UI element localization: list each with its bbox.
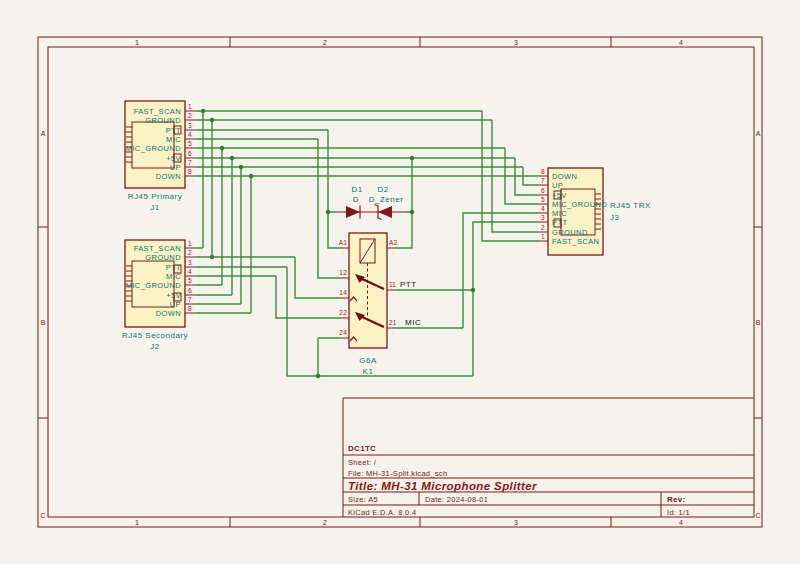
svg-text:DOWN: DOWN bbox=[156, 172, 181, 181]
svg-text:UP: UP bbox=[552, 181, 563, 190]
title-block: DC1TC Sheet: / File: MH-31-Split.kicad_s… bbox=[343, 398, 754, 517]
svg-text:7: 7 bbox=[188, 159, 192, 166]
column-label-bottom-1: 1 bbox=[135, 519, 139, 526]
row-label-right-a: A bbox=[756, 130, 761, 137]
svg-text:FAST_SCAN: FAST_SCAN bbox=[134, 107, 181, 116]
svg-text:GROUND: GROUND bbox=[145, 253, 181, 262]
svg-text:1: 1 bbox=[541, 233, 545, 240]
column-label-bottom-3: 3 bbox=[514, 519, 518, 526]
svg-text:MIC_GROUND: MIC_GROUND bbox=[126, 281, 181, 290]
svg-text:11: 11 bbox=[389, 281, 396, 288]
net-label-ptt: PTT bbox=[400, 280, 417, 289]
svg-text:GROUND: GROUND bbox=[552, 228, 588, 237]
id-field: Id: 1/1 bbox=[667, 508, 690, 517]
svg-text:8: 8 bbox=[541, 168, 545, 175]
row-label-left-b: B bbox=[41, 319, 46, 326]
schematic-sheet: 1 2 3 4 1 2 3 4 A B C A B C bbox=[0, 0, 800, 564]
row-label-right-c: C bbox=[755, 512, 760, 519]
svg-text:A2: A2 bbox=[389, 239, 398, 246]
svg-text:2: 2 bbox=[188, 249, 192, 256]
svg-text:4: 4 bbox=[188, 131, 192, 138]
svg-text:FAST_SCAN: FAST_SCAN bbox=[552, 237, 599, 246]
file-field: File: MH-31-Split.kicad_sch bbox=[348, 469, 447, 478]
row-label-right-b: B bbox=[756, 319, 761, 326]
d2-value: D_Zener bbox=[369, 195, 404, 204]
svg-text:4: 4 bbox=[188, 268, 192, 275]
company-name: DC1TC bbox=[348, 444, 376, 453]
svg-text:5: 5 bbox=[188, 277, 192, 284]
svg-text:7: 7 bbox=[541, 177, 545, 184]
svg-text:+5V: +5V bbox=[166, 291, 181, 300]
zener-triangle bbox=[378, 206, 392, 218]
svg-text:5: 5 bbox=[188, 140, 192, 147]
net-label-mic: MIC bbox=[405, 318, 421, 327]
k1-value: G6A bbox=[359, 356, 377, 365]
relay-k1: A1 A2 12 14 22 24 11 21 G6A K1 bbox=[339, 233, 398, 376]
svg-text:PTT: PTT bbox=[166, 263, 181, 272]
j1-value: RJ45 Primary bbox=[128, 192, 182, 201]
column-label-top-1: 1 bbox=[135, 39, 139, 46]
j3-reference: J3 bbox=[610, 213, 620, 222]
svg-text:2: 2 bbox=[188, 112, 192, 119]
svg-text:UP: UP bbox=[170, 163, 181, 172]
svg-text:UP: UP bbox=[170, 300, 181, 309]
column-label-bottom-2: 2 bbox=[323, 519, 327, 526]
tool-version: KiCad E.D.A. 8.0.4 bbox=[348, 508, 416, 517]
svg-text:24: 24 bbox=[339, 329, 347, 336]
svg-text:MIC_GROUND: MIC_GROUND bbox=[126, 144, 181, 153]
d1-reference: D1 bbox=[351, 185, 362, 194]
svg-text:5: 5 bbox=[541, 196, 545, 203]
svg-text:PTT: PTT bbox=[552, 218, 567, 227]
svg-text:21: 21 bbox=[389, 319, 397, 326]
svg-text:12: 12 bbox=[339, 269, 347, 276]
svg-text:8: 8 bbox=[188, 168, 192, 175]
svg-text:7: 7 bbox=[188, 296, 192, 303]
d1-value: D bbox=[353, 195, 359, 204]
k1-reference: K1 bbox=[363, 367, 374, 376]
j2-value: RJ45 Secondary bbox=[122, 331, 188, 340]
connector-j3: DOWN UP +5V MIC_GROUND MIC PTT GROUND FA… bbox=[541, 168, 651, 255]
j3-value: RJ45 TRX bbox=[610, 201, 651, 210]
column-label-top-3: 3 bbox=[514, 39, 518, 46]
svg-text:DOWN: DOWN bbox=[552, 172, 577, 181]
svg-text:MIC: MIC bbox=[552, 209, 567, 218]
j1-reference: J1 bbox=[150, 203, 160, 212]
sheet-title: Title: MH-31 Microphone Splitter bbox=[348, 480, 537, 492]
column-label-bottom-4: 4 bbox=[679, 519, 683, 526]
d2-reference: D2 bbox=[377, 185, 388, 194]
svg-text:2: 2 bbox=[541, 224, 545, 231]
rev-field: Rev: bbox=[667, 495, 686, 504]
svg-text:3: 3 bbox=[188, 122, 192, 129]
svg-text:6: 6 bbox=[188, 287, 192, 294]
connector-j2: FAST_SCAN GROUND PTT MIC MIC_GROUND +5V … bbox=[122, 240, 192, 351]
column-label-top-4: 4 bbox=[679, 39, 683, 46]
svg-text:1: 1 bbox=[188, 103, 192, 110]
svg-text:PTT: PTT bbox=[166, 126, 181, 135]
svg-text:22: 22 bbox=[339, 309, 347, 316]
svg-text:A1: A1 bbox=[339, 239, 348, 246]
svg-text:14: 14 bbox=[339, 289, 347, 296]
svg-text:+5V: +5V bbox=[552, 191, 567, 200]
svg-text:MIC: MIC bbox=[166, 272, 181, 281]
svg-text:8: 8 bbox=[188, 305, 192, 312]
svg-text:MIC: MIC bbox=[166, 135, 181, 144]
date-field: Date: 2024-08-01 bbox=[425, 495, 488, 504]
svg-text:6: 6 bbox=[541, 187, 545, 194]
size-field: Size: A5 bbox=[348, 495, 378, 504]
row-label-left-c: C bbox=[40, 512, 45, 519]
svg-text:3: 3 bbox=[541, 214, 545, 221]
row-label-left-a: A bbox=[41, 130, 46, 137]
svg-text:DOWN: DOWN bbox=[156, 309, 181, 318]
diode-triangle bbox=[346, 206, 360, 218]
svg-text:4: 4 bbox=[541, 205, 545, 212]
svg-text:FAST_SCAN: FAST_SCAN bbox=[134, 244, 181, 253]
sheet-field: Sheet: / bbox=[348, 458, 377, 467]
svg-text:6: 6 bbox=[188, 150, 192, 157]
svg-text:GROUND: GROUND bbox=[145, 116, 181, 125]
title-block-lines bbox=[343, 398, 754, 517]
svg-text:1: 1 bbox=[188, 240, 192, 247]
svg-text:MIC_GROUND: MIC_GROUND bbox=[552, 200, 607, 209]
diode-d2-zener: D2 D_Zener bbox=[369, 185, 404, 220]
connector-j1: FAST_SCAN GROUND PTT MIC MIC_GROUND +5V … bbox=[125, 101, 192, 212]
column-label-top-2: 2 bbox=[323, 39, 327, 46]
